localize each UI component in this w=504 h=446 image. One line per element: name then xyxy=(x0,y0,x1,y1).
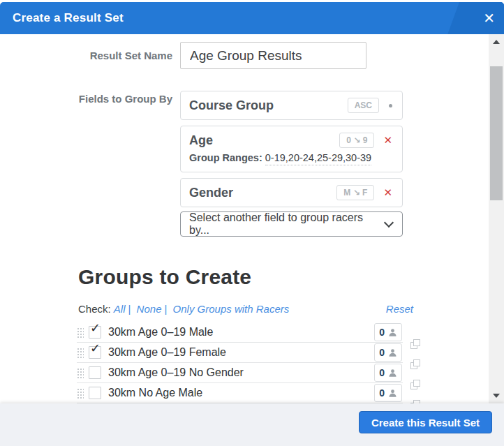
groups-list: ✓ 30km Age 0–19 Male 0 ✓ 30km Age 0–19 F… xyxy=(77,322,403,403)
result-set-name-input[interactable] xyxy=(180,42,366,69)
racer-icon xyxy=(388,348,397,357)
racer-count-badge: 0 xyxy=(374,343,402,362)
check-none-link[interactable]: None xyxy=(137,303,162,315)
group-row: 30km Age 0–19 No Gender 0 xyxy=(77,363,403,383)
racer-count-badge: 0 xyxy=(374,384,402,402)
scrollbar[interactable] xyxy=(489,34,504,403)
racer-icon xyxy=(388,389,397,398)
group-label: 30km Age 0–19 Female xyxy=(108,346,374,359)
duplicate-group-icon[interactable] xyxy=(410,342,417,349)
checkmark-icon: ✓ xyxy=(90,342,101,355)
group-ranges-label: Group Ranges: xyxy=(189,152,262,163)
header-accent-shape xyxy=(447,2,504,34)
link-separator: | xyxy=(128,303,131,315)
remove-field-icon[interactable]: ✕ xyxy=(383,186,392,199)
racer-icon xyxy=(388,328,397,337)
racer-count: 0 xyxy=(379,387,385,399)
group-ranges-value[interactable]: 0-19,20-24,25-29,30-39 xyxy=(265,152,371,165)
field-card-gender: Gender M ↘ F ✕ xyxy=(180,178,403,207)
reset-link[interactable]: Reset xyxy=(386,303,413,315)
modal-title: Create a Result Set xyxy=(13,11,124,25)
group-label: 30km Age 0–19 Male xyxy=(108,326,374,339)
group-row: ✓ 30km Age 0–19 Male 0 xyxy=(77,322,403,343)
modal-footer: Create this Result Set xyxy=(0,403,504,446)
create-result-set-modal: Create a Result Set ✕ Result Set Name Fi… xyxy=(0,0,504,446)
group-label: 30km No Age Male xyxy=(108,387,374,399)
drag-handle-icon[interactable] xyxy=(77,327,84,338)
check-only-racers-link[interactable]: Only Groups with Racers xyxy=(173,303,290,315)
group-checkbox[interactable] xyxy=(89,387,101,399)
check-label: Check: xyxy=(78,303,111,315)
racer-icon xyxy=(388,369,397,378)
drag-handle-icon[interactable] xyxy=(77,347,84,358)
check-controls: Check: All| None| Only Groups with Racer… xyxy=(78,303,413,317)
field-name: Course Group xyxy=(189,98,348,113)
sort-order-badge[interactable]: M ↘ F xyxy=(336,185,374,200)
group-checkbox[interactable] xyxy=(89,366,101,379)
fields-to-group-by-label: Fields to Group By xyxy=(0,93,172,105)
sort-order-badge[interactable]: 0 ↘ 9 xyxy=(339,133,374,148)
add-field-select[interactable]: Select another field to group racers by.… xyxy=(180,211,403,237)
field-card-age: Age 0 ↘ 9 ✕ Group Ranges: 0-19,20-24,25-… xyxy=(180,126,403,172)
dot-icon xyxy=(389,104,392,107)
add-field-select-value: Select another field to group racers by.… xyxy=(189,211,385,237)
checkmark-icon: ✓ xyxy=(90,322,101,334)
link-separator: | xyxy=(164,303,167,315)
racer-count: 0 xyxy=(379,347,385,358)
groups-to-create-heading: Groups to Create xyxy=(78,265,251,289)
field-card-course-group: Course Group ASC xyxy=(180,91,403,120)
drag-handle-icon[interactable] xyxy=(77,367,84,378)
racer-count-badge: 0 xyxy=(374,323,402,341)
racer-count-badge: 0 xyxy=(374,364,402,382)
group-row: ✓ 30km Age 0–19 Female 0 xyxy=(77,343,403,363)
duplicate-group-icon[interactable] xyxy=(410,382,417,389)
sort-order-badge[interactable]: ASC xyxy=(348,98,379,113)
group-fields-list: Course Group ASC Age 0 ↘ 9 ✕ Group Range… xyxy=(180,91,403,213)
group-label: 30km Age 0–19 No Gender xyxy=(108,366,374,379)
racer-count: 0 xyxy=(379,327,385,338)
scroll-up-icon[interactable] xyxy=(493,40,500,44)
group-checkbox[interactable]: ✓ xyxy=(89,346,101,359)
scroll-down-icon[interactable] xyxy=(493,394,500,398)
group-row: 30km No Age Male 0 xyxy=(77,383,403,403)
chevron-down-icon xyxy=(384,217,394,227)
check-all-link[interactable]: All xyxy=(114,303,126,315)
drag-handle-icon[interactable] xyxy=(77,387,84,399)
duplicate-group-icon[interactable] xyxy=(410,362,417,369)
close-icon[interactable]: ✕ xyxy=(483,11,495,25)
field-name: Age xyxy=(189,133,339,148)
racer-count: 0 xyxy=(379,367,385,378)
field-name: Gender xyxy=(189,186,336,200)
create-result-set-button[interactable]: Create this Result Set xyxy=(359,411,492,433)
remove-field-icon[interactable]: ✕ xyxy=(383,134,392,147)
modal-header: Create a Result Set ✕ xyxy=(0,2,504,34)
result-set-name-label: Result Set Name xyxy=(0,50,172,61)
scrollbar-thumb[interactable] xyxy=(490,66,503,200)
group-checkbox[interactable]: ✓ xyxy=(89,326,101,339)
